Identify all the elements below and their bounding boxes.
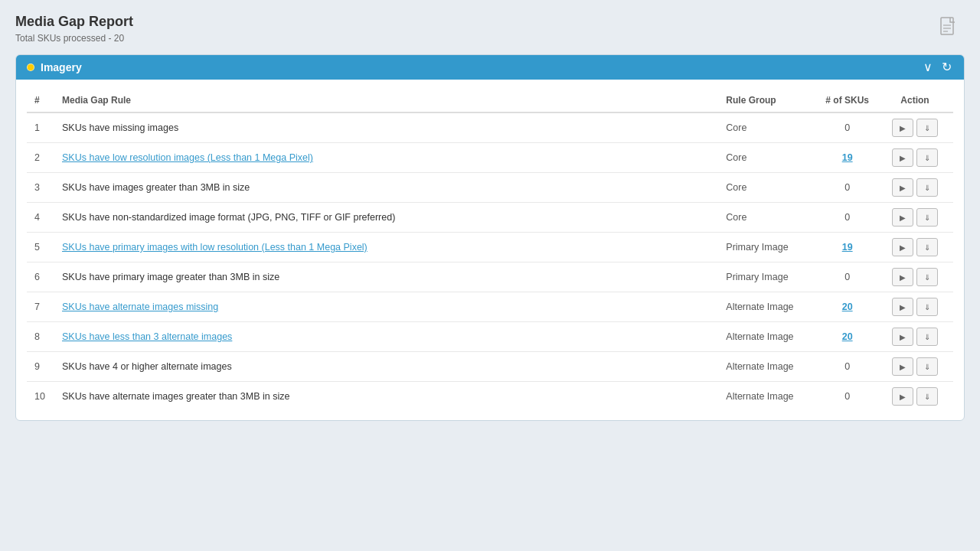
row-actions: ▶⇓ bbox=[877, 322, 953, 352]
collapse-button[interactable]: ∨ bbox=[922, 61, 934, 73]
imagery-section: Imagery ∨ ↻ # Media Gap Rule Rule Group … bbox=[15, 54, 965, 421]
download-button[interactable]: ⇓ bbox=[916, 387, 938, 406]
row-num: 1 bbox=[27, 112, 54, 143]
rule-link[interactable]: SKUs have primary images with low resolu… bbox=[62, 242, 368, 253]
sku-count-link[interactable]: 20 bbox=[842, 331, 853, 342]
action-buttons-group: ▶⇓ bbox=[884, 148, 946, 167]
table-row: 4SKUs have non-standardized image format… bbox=[27, 203, 953, 233]
download-button[interactable]: ⇓ bbox=[916, 208, 938, 227]
sku-count-link[interactable]: 19 bbox=[842, 242, 853, 253]
download-button[interactable]: ⇓ bbox=[916, 298, 938, 316]
row-skus-count[interactable]: 20 bbox=[818, 292, 877, 322]
action-buttons-group: ▶⇓ bbox=[884, 178, 946, 197]
row-group: Primary Image bbox=[718, 262, 818, 292]
sku-count-link[interactable]: 20 bbox=[842, 302, 853, 312]
svg-rect-0 bbox=[941, 18, 953, 34]
row-group: Core bbox=[718, 203, 818, 233]
action-buttons-group: ▶⇓ bbox=[884, 357, 946, 376]
row-num: 6 bbox=[27, 262, 54, 292]
row-group: Alternate Image bbox=[718, 322, 818, 352]
row-skus-count: 0 bbox=[818, 262, 877, 292]
row-group: Core bbox=[718, 143, 818, 173]
rule-link[interactable]: SKUs have low resolution images (Less th… bbox=[62, 152, 313, 163]
row-num: 10 bbox=[27, 382, 54, 412]
table-body: 1SKUs have missing imagesCore0▶⇓2SKUs ha… bbox=[27, 112, 953, 411]
play-button[interactable]: ▶ bbox=[892, 148, 913, 167]
section-status-dot bbox=[27, 64, 34, 71]
row-num: 4 bbox=[27, 203, 54, 233]
action-buttons-group: ▶⇓ bbox=[884, 268, 946, 286]
row-rule: SKUs have 4 or higher alternate images bbox=[54, 352, 718, 382]
refresh-button[interactable]: ↻ bbox=[940, 61, 953, 73]
row-rule: SKUs have low resolution images (Less th… bbox=[54, 143, 718, 173]
row-rule: SKUs have less than 3 alternate images bbox=[54, 322, 718, 352]
table-row: 8SKUs have less than 3 alternate imagesA… bbox=[27, 322, 953, 352]
row-actions: ▶⇓ bbox=[877, 292, 953, 322]
table-row: 10SKUs have alternate images greater tha… bbox=[27, 382, 953, 412]
play-button[interactable]: ▶ bbox=[892, 357, 913, 376]
row-skus-count[interactable]: 19 bbox=[818, 233, 877, 262]
rule-link[interactable]: SKUs have less than 3 alternate images bbox=[62, 331, 232, 342]
row-num: 2 bbox=[27, 143, 54, 173]
row-group: Alternate Image bbox=[718, 292, 818, 322]
action-buttons-group: ▶⇓ bbox=[884, 238, 946, 256]
download-button[interactable]: ⇓ bbox=[916, 238, 938, 256]
play-button[interactable]: ▶ bbox=[892, 238, 913, 256]
play-button[interactable]: ▶ bbox=[892, 328, 913, 346]
table-header-row: # Media Gap Rule Rule Group # of SKUs Ac… bbox=[27, 89, 953, 112]
download-button[interactable]: ⇓ bbox=[916, 328, 938, 346]
action-buttons-group: ▶⇓ bbox=[884, 119, 946, 137]
row-actions: ▶⇓ bbox=[877, 173, 953, 203]
row-group: Primary Image bbox=[718, 233, 818, 262]
row-group: Core bbox=[718, 112, 818, 143]
download-button[interactable]: ⇓ bbox=[916, 119, 938, 137]
sku-count-link[interactable]: 19 bbox=[842, 152, 853, 163]
export-icon[interactable] bbox=[940, 17, 957, 41]
table-wrapper: # Media Gap Rule Rule Group # of SKUs Ac… bbox=[16, 80, 964, 420]
download-button[interactable]: ⇓ bbox=[916, 148, 938, 167]
play-button[interactable]: ▶ bbox=[892, 119, 913, 137]
table-row: 1SKUs have missing imagesCore0▶⇓ bbox=[27, 112, 953, 143]
col-header-action: Action bbox=[877, 89, 953, 112]
row-skus-count: 0 bbox=[818, 173, 877, 203]
section-header-right: ∨ ↻ bbox=[922, 61, 953, 73]
play-button[interactable]: ▶ bbox=[892, 178, 913, 197]
row-actions: ▶⇓ bbox=[877, 233, 953, 262]
row-num: 5 bbox=[27, 233, 54, 262]
row-group: Alternate Image bbox=[718, 382, 818, 412]
rule-link[interactable]: SKUs have alternate images missing bbox=[62, 302, 218, 312]
play-button[interactable]: ▶ bbox=[892, 268, 913, 286]
row-skus-count: 0 bbox=[818, 112, 877, 143]
row-rule: SKUs have missing images bbox=[54, 112, 718, 143]
table-row: 5SKUs have primary images with low resol… bbox=[27, 233, 953, 262]
row-num: 7 bbox=[27, 292, 54, 322]
page-wrapper: Media Gap Report Total SKUs processed - … bbox=[0, 0, 980, 435]
play-button[interactable]: ▶ bbox=[892, 298, 913, 316]
table-row: 6SKUs have primary image greater than 3M… bbox=[27, 262, 953, 292]
row-actions: ▶⇓ bbox=[877, 143, 953, 173]
table-row: 2SKUs have low resolution images (Less t… bbox=[27, 143, 953, 173]
download-button[interactable]: ⇓ bbox=[916, 178, 938, 197]
play-button[interactable]: ▶ bbox=[892, 208, 913, 227]
row-rule: SKUs have primary images with low resolu… bbox=[54, 233, 718, 262]
section-header: Imagery ∨ ↻ bbox=[16, 55, 964, 80]
col-header-skus: # of SKUs bbox=[818, 89, 877, 112]
play-button[interactable]: ▶ bbox=[892, 387, 913, 406]
row-rule: SKUs have alternate images greater than … bbox=[54, 382, 718, 412]
col-header-rule: Media Gap Rule bbox=[54, 89, 718, 112]
table-row: 9SKUs have 4 or higher alternate imagesA… bbox=[27, 352, 953, 382]
row-rule: SKUs have primary image greater than 3MB… bbox=[54, 262, 718, 292]
page-subtitle: Total SKUs processed - 20 bbox=[15, 33, 965, 44]
action-buttons-group: ▶⇓ bbox=[884, 208, 946, 227]
row-rule: SKUs have alternate images missing bbox=[54, 292, 718, 322]
row-skus-count: 0 bbox=[818, 203, 877, 233]
row-rule: SKUs have images greater than 3MB in siz… bbox=[54, 173, 718, 203]
row-skus-count[interactable]: 19 bbox=[818, 143, 877, 173]
download-button[interactable]: ⇓ bbox=[916, 268, 938, 286]
download-button[interactable]: ⇓ bbox=[916, 357, 938, 376]
row-actions: ▶⇓ bbox=[877, 203, 953, 233]
col-header-group: Rule Group bbox=[718, 89, 818, 112]
row-skus-count[interactable]: 20 bbox=[818, 322, 877, 352]
row-actions: ▶⇓ bbox=[877, 262, 953, 292]
row-actions: ▶⇓ bbox=[877, 382, 953, 412]
